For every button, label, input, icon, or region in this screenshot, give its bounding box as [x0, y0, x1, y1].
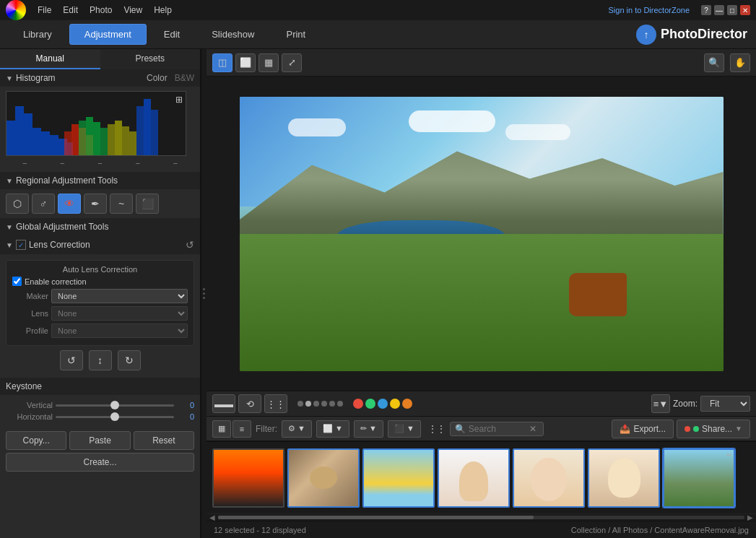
filmstrip-thumb-4[interactable]: [438, 448, 510, 508]
compare-btn[interactable]: ⬜: [235, 53, 256, 72]
lens-correction-header[interactable]: ▼ ✓ Lens Correction ↺: [0, 235, 200, 254]
hand-btn[interactable]: ✋: [730, 53, 750, 72]
filmstrip-thumb-2[interactable]: [287, 448, 360, 508]
search-box[interactable]: 🔍 ✕: [450, 422, 544, 436]
color-blue[interactable]: [378, 399, 388, 409]
vertical-slider[interactable]: [56, 404, 174, 407]
histogram-bottom: − − − − −: [6, 159, 194, 168]
flip-btn[interactable]: ↕: [89, 350, 112, 370]
filmstrip-thumb-6[interactable]: [588, 448, 660, 508]
tab-slideshow[interactable]: Slideshow: [197, 25, 269, 44]
reset-button[interactable]: Reset: [134, 431, 194, 450]
hist-minus-2[interactable]: −: [60, 159, 64, 168]
svg-rect-9: [144, 99, 151, 156]
resize-dot-3: [203, 297, 205, 299]
filmstrip-thumb-3[interactable]: [362, 448, 435, 508]
color-green[interactable]: [365, 399, 375, 409]
zoom-select[interactable]: Fit 25% 50% 75% 100%: [700, 396, 750, 412]
hist-minus-4[interactable]: −: [135, 159, 139, 168]
tab-print[interactable]: Print: [271, 25, 320, 44]
search-input[interactable]: [469, 424, 526, 434]
hist-minus-1[interactable]: −: [22, 159, 27, 168]
pen-tool[interactable]: ✒: [84, 194, 107, 214]
filter-edit-btn[interactable]: ✏ ▼: [354, 420, 383, 438]
subtab-manual[interactable]: Manual: [0, 49, 100, 69]
grid-view-filter-btn[interactable]: ▦: [212, 420, 231, 438]
lens-checkbox[interactable]: ✓: [16, 240, 26, 250]
svg-rect-18: [100, 128, 108, 156]
close-button[interactable]: ✕: [740, 5, 750, 15]
filmstrip-scrollbar[interactable]: ◀ ▶: [207, 513, 756, 521]
help-button[interactable]: ?: [701, 5, 711, 15]
menu-file[interactable]: File: [35, 4, 54, 17]
export-button[interactable]: 📤 Export...: [612, 420, 674, 438]
lens-select[interactable]: None: [51, 306, 188, 321]
rotate-right-btn[interactable]: ↻: [118, 350, 141, 370]
grid-view-btn[interactable]: ▦: [258, 53, 279, 72]
sort-button[interactable]: ≡▼: [651, 394, 670, 413]
tab-library[interactable]: Library: [9, 25, 66, 44]
color-orange[interactable]: [402, 399, 412, 409]
dot-4: [321, 401, 327, 407]
subtab-presets[interactable]: Presets: [100, 49, 201, 69]
search-clear-btn[interactable]: ✕: [529, 424, 536, 434]
histogram-header[interactable]: ▼ Histogram Color B&W: [0, 69, 200, 87]
single-view-btn[interactable]: ◫: [212, 53, 233, 72]
filmstrip-thumb-7[interactable]: ✏: [663, 448, 735, 508]
filmstrip-thumb-1[interactable]: [212, 448, 284, 508]
global-tools-header[interactable]: ▼ Global Adjustment Tools: [0, 218, 200, 235]
scroll-thumb[interactable]: [218, 516, 534, 519]
filter-shape-btn[interactable]: ⬜ ▼: [316, 420, 349, 438]
smile-face: [531, 458, 567, 501]
profile-select[interactable]: None: [51, 324, 188, 338]
viewer-toolbar-right: 🔍 ✋: [704, 53, 750, 72]
maker-select[interactable]: None: [51, 289, 188, 303]
search-icon: 🔍: [455, 424, 466, 434]
lens-reset-icon[interactable]: ↺: [186, 239, 194, 251]
rotate-left-btn[interactable]: ↺: [60, 350, 83, 370]
histogram-color-label[interactable]: Color: [147, 73, 168, 83]
minimize-button[interactable]: —: [714, 5, 724, 15]
menu-help[interactable]: Help: [151, 4, 175, 17]
eye-tool[interactable]: 👁: [58, 194, 81, 214]
copy-button[interactable]: Copy...: [6, 431, 66, 450]
selection-tool[interactable]: ⬡: [6, 194, 29, 214]
slideshow-btn[interactable]: ⟲: [238, 394, 261, 413]
fullscreen-btn[interactable]: ⤢: [282, 53, 302, 72]
histogram-bw-label[interactable]: B&W: [175, 73, 194, 83]
left-panel: Manual Presets ▼ Histogram Color B&W: [0, 49, 201, 538]
menu-view[interactable]: View: [121, 4, 145, 17]
color-yellow[interactable]: [390, 399, 400, 409]
enable-correction-checkbox[interactable]: [12, 277, 22, 286]
resize-handle[interactable]: [201, 49, 207, 538]
gradient-tool[interactable]: ~: [110, 194, 133, 214]
info-btn[interactable]: ⋮⋮: [264, 394, 287, 413]
horizontal-slider[interactable]: [56, 416, 174, 418]
list-view-btn[interactable]: ≡: [233, 420, 251, 438]
tab-edit[interactable]: Edit: [149, 25, 194, 44]
color-red[interactable]: [353, 399, 363, 409]
scroll-track[interactable]: [218, 516, 744, 519]
paste-button[interactable]: Paste: [69, 431, 130, 450]
regional-tools-header[interactable]: ▼ Regional Adjustment Tools: [0, 172, 200, 189]
filmstrip-btn[interactable]: ▬▬: [212, 394, 235, 413]
signin-link[interactable]: Sign in to DirectorZone: [609, 6, 690, 14]
filter-type-btn[interactable]: ⚙ ▼: [282, 420, 312, 438]
shape-tool[interactable]: ⬛: [136, 194, 159, 214]
magnify-btn[interactable]: 🔍: [704, 53, 724, 72]
brush-tool[interactable]: ♂: [32, 194, 55, 214]
filmstrip-thumb-5[interactable]: [513, 448, 585, 508]
maximize-button[interactable]: □: [727, 5, 737, 15]
create-button[interactable]: Create...: [6, 453, 194, 472]
histogram-expand-icon[interactable]: ⊞: [175, 95, 183, 105]
app-logo: [6, 0, 26, 20]
hist-minus-5[interactable]: −: [173, 159, 178, 168]
tab-adjustment[interactable]: Adjustment: [69, 24, 147, 45]
share-button[interactable]: Share... ▼: [677, 420, 750, 438]
hist-minus-3[interactable]: −: [97, 159, 102, 168]
filter-color-btn[interactable]: ⬛ ▼: [388, 420, 421, 438]
menu-edit[interactable]: Edit: [60, 4, 81, 17]
filmstrip[interactable]: ✏: [207, 441, 756, 513]
menu-photo[interactable]: Photo: [87, 4, 115, 17]
thumb-img-6: [589, 450, 659, 506]
